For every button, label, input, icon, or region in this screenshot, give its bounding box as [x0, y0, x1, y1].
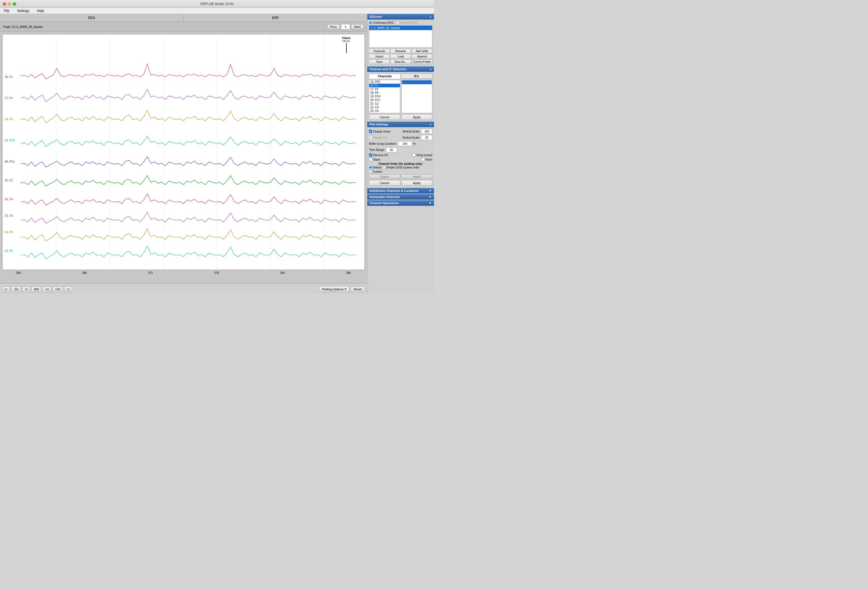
edit-delete-section[interactable]: Edit/Delete Channels & Locations ▼ [367, 188, 434, 194]
right-panel: EEGsets ▲ Continuous EEG Epoched EEG 1. … [367, 14, 434, 294]
show-events-checkbox[interactable] [412, 153, 416, 157]
page-number-input[interactable] [341, 24, 350, 29]
menu-bar: File Settings Help [0, 8, 434, 14]
eegset-list[interactable]: 1. 6_MMN_filt_bipolar [369, 25, 433, 48]
menu-settings[interactable]: Settings [15, 8, 31, 13]
continuous-eeg-radio[interactable] [369, 21, 372, 24]
simple-1020-radio-label: Simple 10/20 system order [383, 166, 419, 169]
ch-item-9[interactable]: 24. P4 [369, 113, 400, 113]
plot-settings-collapse-icon[interactable]: ▲ [429, 123, 432, 126]
save-button[interactable]: Save [369, 59, 390, 64]
save-as-button[interactable]: Save As... [390, 59, 411, 64]
plot-settings-header: Plot Settings ▲ [367, 122, 434, 127]
norm-checkbox[interactable] [421, 158, 425, 161]
main-area: EEG ERP Page 1/1:6_MMN_filt_bipolar Prev… [0, 14, 367, 294]
display-ics-row: Display ICs Vertical Scale: [369, 135, 433, 140]
vertical-scale-input[interactable] [421, 129, 433, 134]
nav-first-button[interactable]: |< [2, 286, 10, 292]
nav-minus1x-button[interactable]: -X [22, 286, 30, 292]
title-bar: ERPLAB Studio 10.00 [0, 0, 434, 8]
simple-1020-radio[interactable] [383, 166, 386, 169]
ic-list[interactable] [402, 80, 433, 113]
ch-label-fc4: 19. FC4 [5, 138, 15, 142]
channel-ops-section[interactable]: Channel Operations ▼ [367, 200, 434, 206]
ch-item-1[interactable]: 16. Fz [369, 84, 400, 87]
vertical-scale-ic-label: Vertical Scale: [403, 136, 420, 139]
import-co-button[interactable]: Import [402, 174, 433, 179]
duplicate-button[interactable]: Duplicate [369, 49, 390, 53]
ch-item-5[interactable]: 20. FCz [369, 98, 400, 102]
ch-item-8[interactable]: 23. C6 [369, 109, 400, 113]
continuous-eeg-radio-label: Continuous EEG [369, 21, 394, 24]
remove-dc-checkbox[interactable] [369, 153, 372, 157]
ch-label-f4: 17. F4 [5, 96, 13, 99]
close-button[interactable] [3, 2, 6, 6]
reset-button[interactable]: Reset [351, 286, 365, 292]
x-label-1: 366 [82, 271, 87, 274]
ch-item-0[interactable]: 15. FP2 [369, 80, 400, 84]
next-button[interactable]: Next [351, 24, 364, 29]
export-button[interactable]: Export [369, 174, 400, 179]
tab-erp[interactable]: ERP [184, 14, 367, 22]
epoched-eeg-radio[interactable] [396, 21, 399, 24]
stack-checkbox[interactable] [369, 158, 372, 161]
ch-item-2[interactable]: 17. F4 [369, 87, 400, 91]
window-controls[interactable] [3, 2, 16, 6]
ch-label-fz: 16. Fz [5, 75, 13, 78]
default-radio[interactable] [369, 166, 372, 169]
nav-position-button[interactable]: 360 [31, 286, 41, 292]
ch-label-cz: 21. Cz [5, 179, 13, 182]
tab-ics[interactable]: ICs [401, 74, 433, 79]
buffer-input[interactable] [398, 141, 412, 146]
add-suffix-button[interactable]: Add Suffix [412, 49, 433, 53]
custom-order-row: Custom [369, 170, 433, 173]
channel-list[interactable]: 15. FP2 16. Fz 17. F4 18. F8 19. FC4 20.… [369, 80, 400, 113]
window-title: ERPLAB Studio 10.00 [201, 2, 233, 6]
current-folder-button[interactable]: Current Folder [412, 59, 433, 64]
eeg-type-row: Continuous EEG Epoched EEG [369, 21, 433, 24]
nav-plus1x-button[interactable]: +X [43, 286, 51, 292]
tab-eeg[interactable]: EEG [0, 14, 184, 22]
eegset-buttons-row1: Duplicate Rename Add Suffix [369, 49, 433, 53]
nav-plus5x-button[interactable]: +5X [52, 286, 63, 292]
prev-button[interactable]: Prev. [327, 24, 340, 29]
display-chans-checkbox[interactable] [369, 130, 372, 133]
ch-item-7[interactable]: 22. C4 [369, 105, 400, 109]
bottom-toolbar: |< -5X -X 360 +X +5X >| Plotting Options… [0, 283, 367, 294]
interpolate-arrow-icon: ▼ [429, 195, 432, 199]
plotting-options-button[interactable]: Plotting Options ▾ [319, 286, 350, 292]
ch-item-4[interactable]: 19. FC4 [369, 94, 400, 98]
menu-help[interactable]: Help [35, 8, 46, 13]
rename-button[interactable]: Rename [390, 49, 411, 53]
vertical-scale-ic-input[interactable] [421, 135, 433, 140]
x-axis: 360 366 372 378 384 390 [2, 270, 365, 275]
eegsets-collapse-icon[interactable]: ▲ [429, 15, 432, 18]
interpolate-section[interactable]: Interpolate Channels ▼ [367, 194, 434, 200]
tab-channels[interactable]: Channels [369, 74, 401, 79]
chevron-down-icon: ▾ [345, 287, 346, 291]
channel-ic-collapse-icon[interactable]: ▲ [429, 68, 432, 71]
maximize-button[interactable] [13, 2, 16, 6]
buffer-row: Buffer at top & bottom: % [369, 141, 433, 146]
display-ics-checkbox[interactable] [369, 136, 372, 139]
ch-item-6[interactable]: 21. Cz [369, 102, 400, 105]
menu-file[interactable]: File [2, 8, 11, 13]
time-range-input[interactable] [386, 147, 397, 152]
eegset-item[interactable]: 1. 6_MMN_filt_bipolar [369, 26, 432, 30]
cancel-plot-settings-button[interactable]: Cancel [369, 180, 400, 186]
display-chans-row: Display chans Vertical Scale: [369, 129, 433, 134]
nav-minus5x-button[interactable]: -5X [11, 286, 21, 292]
nav-last-button[interactable]: >| [64, 286, 72, 292]
load-button[interactable]: Load [390, 54, 411, 59]
ch-item-3[interactable]: 18. F8 [369, 91, 400, 94]
custom-radio[interactable] [369, 170, 372, 173]
apply-plot-settings-button[interactable]: Apply [402, 180, 433, 186]
cancel-channel-button[interactable]: Cancel [369, 114, 400, 120]
import-button[interactable]: Import [369, 54, 390, 59]
x-label-4: 384 [280, 271, 285, 274]
eeg-plot[interactable]: Chans 100 μV [2, 34, 365, 270]
apply-channel-button[interactable]: Apply [402, 114, 433, 120]
plotting-options-group: Plotting Options ▾ Reset [319, 286, 365, 292]
append-button[interactable]: Append [412, 54, 433, 59]
minimize-button[interactable] [8, 2, 11, 6]
